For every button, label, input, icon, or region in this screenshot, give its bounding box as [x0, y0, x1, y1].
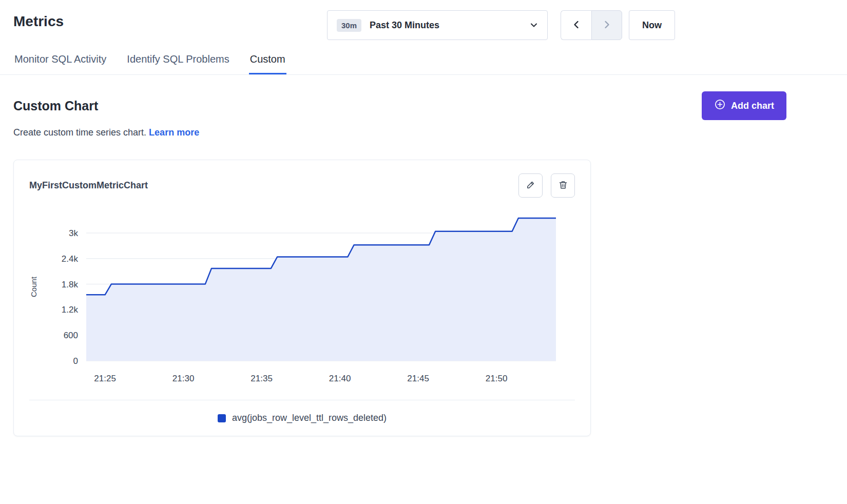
svg-text:21:35: 21:35 [251, 374, 273, 383]
custom-chart-card: MyFirstCustomMetricChart 06001.2k1.8k2.4… [13, 160, 591, 436]
pencil-icon [526, 180, 536, 191]
delete-chart-button[interactable] [551, 173, 575, 198]
trash-icon [558, 180, 568, 191]
chevron-right-icon [602, 20, 612, 31]
chart-area: 06001.2k1.8k2.4k3k21:2521:3021:3521:4021… [29, 206, 575, 389]
legend-label: avg(jobs_row_level_ttl_rows_deleted) [232, 413, 387, 423]
section-header: Custom Chart Add chart [13, 91, 786, 120]
time-range-label: Past 30 Minutes [370, 20, 439, 31]
section-title: Custom Chart [13, 99, 98, 113]
time-range-badge: 30m [337, 19, 361, 32]
chart-title: MyFirstCustomMetricChart [29, 180, 148, 191]
svg-text:2.4k: 2.4k [62, 254, 79, 264]
add-chart-label: Add chart [731, 101, 774, 111]
page-title: Metrics [13, 13, 64, 30]
time-range-dropdown[interactable]: 30m Past 30 Minutes [327, 10, 548, 40]
tab-identify-sql-problems[interactable]: Identify SQL Problems [126, 49, 230, 74]
section-subtitle: Create custom time series chart. Learn m… [13, 127, 786, 138]
subtitle-text: Create custom time series chart. [13, 127, 146, 138]
now-button[interactable]: Now [629, 10, 675, 40]
svg-text:Count: Count [29, 276, 38, 297]
chart-card-header: MyFirstCustomMetricChart [29, 173, 575, 198]
svg-text:21:25: 21:25 [94, 374, 116, 383]
time-forward-button[interactable] [591, 10, 622, 40]
main-content: Custom Chart Add chart Create custom tim… [13, 91, 786, 436]
tab-monitor-sql-activity[interactable]: Monitor SQL Activity [13, 49, 107, 74]
top-bar: Metrics 30m Past 30 Minutes Now [0, 0, 847, 49]
tab-bar: Monitor SQL Activity Identify SQL Proble… [0, 49, 847, 75]
chart-canvas[interactable]: 06001.2k1.8k2.4k3k21:2521:3021:3521:4021… [29, 206, 576, 386]
legend-swatch [218, 414, 226, 422]
svg-text:3k: 3k [69, 228, 78, 238]
svg-text:1.2k: 1.2k [62, 305, 79, 315]
card-divider [29, 400, 575, 400]
add-chart-button[interactable]: Add chart [702, 91, 786, 120]
svg-text:600: 600 [64, 331, 78, 340]
tab-custom[interactable]: Custom [249, 49, 286, 74]
learn-more-link[interactable]: Learn more [149, 127, 199, 138]
svg-text:21:40: 21:40 [329, 374, 351, 383]
time-nav-group [561, 10, 622, 40]
svg-text:21:50: 21:50 [486, 374, 508, 383]
edit-chart-button[interactable] [518, 173, 543, 198]
chevron-left-icon [571, 20, 582, 31]
chart-actions [518, 173, 575, 198]
time-back-button[interactable] [561, 10, 591, 40]
chevron-down-icon [530, 21, 538, 29]
plus-circle-icon [714, 99, 726, 113]
svg-text:21:30: 21:30 [172, 374, 195, 383]
chart-legend: avg(jobs_row_level_ttl_rows_deleted) [29, 413, 575, 423]
svg-text:1.8k: 1.8k [62, 280, 79, 289]
svg-text:0: 0 [73, 356, 78, 366]
time-controls: 30m Past 30 Minutes Now [327, 10, 675, 40]
svg-text:21:45: 21:45 [407, 374, 429, 383]
